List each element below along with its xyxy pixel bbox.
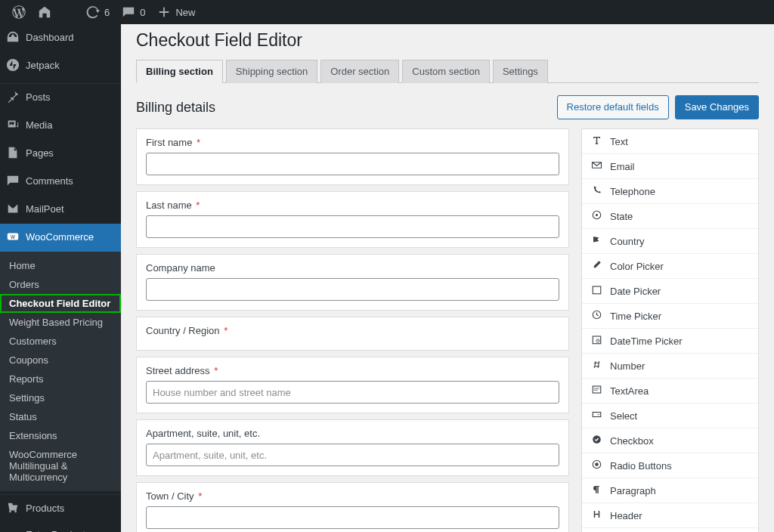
submenu-item-extensions[interactable]: Extensions bbox=[0, 426, 121, 445]
apartment-suite-unit-etc--input[interactable] bbox=[146, 444, 559, 466]
menu-item-extra-product-addons[interactable]: Extra Product Addons bbox=[0, 523, 121, 532]
admin-bar: 6 0 New bbox=[0, 0, 774, 24]
menu-item-label: Pages bbox=[26, 147, 54, 160]
field-label: Last name * bbox=[146, 200, 559, 211]
radio-icon bbox=[591, 459, 602, 472]
field-type-label: DateTime Picker bbox=[610, 336, 683, 347]
field-card-country-region[interactable]: Country / Region * bbox=[136, 317, 569, 351]
field-card-town-city[interactable]: Town / City * bbox=[136, 482, 569, 532]
comments-button[interactable]: 0 bbox=[116, 0, 151, 24]
field-card-street-address[interactable]: Street address * bbox=[136, 357, 569, 413]
field-type-label: Telephone bbox=[610, 186, 655, 197]
svg-rect-10 bbox=[593, 286, 601, 294]
required-marker: * bbox=[198, 490, 202, 502]
textarea-icon bbox=[591, 384, 602, 397]
field-type-radio-buttons[interactable]: Radio Buttons bbox=[582, 453, 758, 478]
field-type-state[interactable]: State bbox=[582, 204, 758, 229]
field-type-paragraph[interactable]: Paragraph bbox=[582, 478, 758, 503]
field-type-number[interactable]: Number bbox=[582, 354, 758, 379]
products-icon bbox=[6, 501, 20, 517]
field-type-text[interactable]: Text bbox=[582, 129, 758, 154]
field-type-telephone[interactable]: Telephone bbox=[582, 179, 758, 204]
submenu: HomeOrdersCheckout Field EditorWeight Ba… bbox=[0, 252, 121, 491]
submenu-item-customers[interactable]: Customers bbox=[0, 332, 121, 351]
tab-shipping-section[interactable]: Shipping section bbox=[226, 60, 317, 83]
field-type-datetime-picker[interactable]: DateTime Picker bbox=[582, 329, 758, 354]
tab-order-section[interactable]: Order section bbox=[320, 60, 399, 83]
first-name-input[interactable] bbox=[146, 153, 559, 175]
field-label: Town / City * bbox=[146, 490, 559, 502]
menu-item-products[interactable]: Products bbox=[0, 495, 121, 523]
menu-item-dashboard[interactable]: Dashboard bbox=[0, 24, 121, 52]
datetime-icon bbox=[591, 334, 602, 348]
field-card-apartment-suite-unit-etc-[interactable]: Apartment, suite, unit, etc. bbox=[136, 419, 569, 476]
town-city-input[interactable] bbox=[146, 506, 559, 529]
updates-button[interactable]: 6 bbox=[80, 0, 116, 24]
field-type-date-picker[interactable]: Date Picker bbox=[582, 279, 758, 304]
submenu-item-coupons[interactable]: Coupons bbox=[0, 351, 121, 370]
field-card-first-name[interactable]: First name * bbox=[136, 128, 569, 185]
submenu-item-checkout-field-editor[interactable]: Checkout Field Editor bbox=[0, 294, 121, 313]
field-type-header[interactable]: Header bbox=[582, 503, 758, 528]
update-icon bbox=[86, 5, 100, 19]
field-type-email[interactable]: Email bbox=[582, 154, 758, 179]
submenu-item-woocommerce-multilingual-multicurrency[interactable]: WooCommerce Multilingual & Multicurrency bbox=[0, 445, 121, 487]
field-label: Apartment, suite, unit, etc. bbox=[146, 428, 559, 439]
comment-icon bbox=[122, 5, 135, 19]
save-changes-button[interactable]: Save Changes bbox=[675, 95, 759, 119]
street-address-input[interactable] bbox=[146, 381, 559, 404]
menu-item-media[interactable]: Media bbox=[0, 112, 121, 140]
field-type-select[interactable]: Select bbox=[582, 404, 758, 428]
submenu-item-settings[interactable]: Settings bbox=[0, 388, 121, 407]
field-type-label: Paragraph bbox=[610, 485, 656, 496]
svg-point-18 bbox=[595, 462, 599, 466]
menu-item-mailpoet[interactable]: MailPoet bbox=[0, 196, 121, 224]
svg-text:W: W bbox=[11, 234, 15, 240]
country-icon bbox=[591, 234, 602, 248]
submenu-item-weight-based-pricing[interactable]: Weight Based Pricing bbox=[0, 313, 121, 332]
color-icon bbox=[591, 259, 602, 273]
menu-item-pages[interactable]: Pages bbox=[0, 140, 121, 168]
fields-column: First name *Last name *Company name Coun… bbox=[136, 128, 569, 532]
page-title: Checkout Field Editor bbox=[136, 30, 759, 51]
tab-bar: Billing sectionShipping sectionOrder sec… bbox=[136, 60, 759, 83]
tab-settings[interactable]: Settings bbox=[493, 60, 548, 83]
menu-item-jetpack[interactable]: Jetpack bbox=[0, 52, 121, 80]
header-icon bbox=[591, 509, 602, 522]
menu-item-label: Products bbox=[26, 503, 64, 515]
new-label: New bbox=[175, 7, 195, 18]
field-type-textarea[interactable]: TextArea bbox=[582, 379, 758, 404]
tab-billing-section[interactable]: Billing section bbox=[136, 60, 223, 83]
field-card-company-name[interactable]: Company name bbox=[136, 254, 569, 311]
submenu-item-reports[interactable]: Reports bbox=[0, 370, 121, 388]
field-type-checkbox[interactable]: Checkbox bbox=[582, 428, 758, 453]
submenu-item-orders[interactable]: Orders bbox=[0, 275, 121, 294]
required-marker: * bbox=[224, 325, 228, 336]
last-name-input[interactable] bbox=[146, 215, 559, 238]
submenu-item-home[interactable]: Home bbox=[0, 256, 121, 275]
field-type-time-picker[interactable]: Time Picker bbox=[582, 304, 758, 329]
menu-item-posts[interactable]: Posts bbox=[0, 84, 121, 112]
company-name-input[interactable] bbox=[146, 278, 559, 301]
state-icon bbox=[591, 209, 602, 223]
email-icon bbox=[591, 159, 602, 173]
field-card-last-name[interactable]: Last name * bbox=[136, 191, 569, 248]
required-marker: * bbox=[196, 200, 200, 211]
field-type-country[interactable]: Country bbox=[582, 229, 758, 254]
field-type-file-upload[interactable]: File Upload bbox=[582, 528, 758, 532]
restore-defaults-button[interactable]: Restore default fields bbox=[557, 95, 669, 119]
menu-item-label: Comments bbox=[26, 175, 73, 188]
date-icon bbox=[591, 284, 602, 298]
wp-logo-button[interactable] bbox=[6, 0, 32, 24]
field-type-label: Radio Buttons bbox=[610, 460, 672, 472]
submenu-item-status[interactable]: Status bbox=[0, 407, 121, 426]
field-type-color-picker[interactable]: Color Picker bbox=[582, 254, 758, 279]
menu-item-label: MailPoet bbox=[26, 203, 64, 216]
tab-custom-section[interactable]: Custom section bbox=[402, 60, 490, 83]
menu-item-comments[interactable]: Comments bbox=[0, 168, 121, 196]
site-home-button[interactable] bbox=[32, 0, 80, 24]
phone-icon bbox=[591, 184, 602, 198]
new-content-button[interactable]: New bbox=[151, 0, 201, 24]
plus-icon bbox=[157, 5, 171, 19]
menu-item-woocommerce[interactable]: WWooCommerce bbox=[0, 224, 121, 252]
